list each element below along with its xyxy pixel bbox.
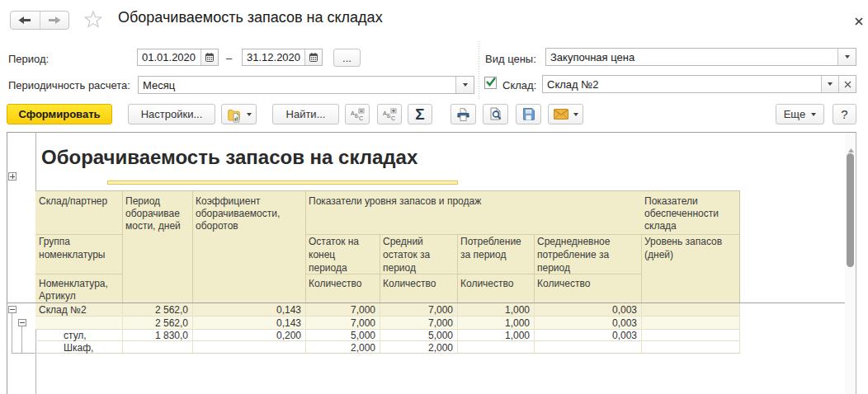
svg-text:С: С xyxy=(359,115,363,121)
svg-text:С: С xyxy=(391,115,395,121)
